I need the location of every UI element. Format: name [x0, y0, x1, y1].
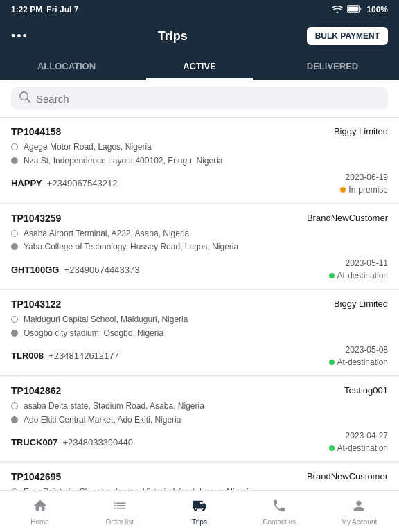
tab-allocation[interactable]: ALLOCATION	[0, 53, 133, 80]
trip-card[interactable]: TP1044158 Biggy Limited Agege Motor Road…	[0, 118, 399, 204]
tab-active[interactable]: ACTIVE	[133, 53, 266, 80]
trip-customer: BrandNewCustomer	[307, 471, 388, 481]
status-badge: In-premise	[340, 185, 388, 195]
tab-bar: ALLOCATION ACTIVE DELIVERED	[0, 53, 399, 80]
from-dot	[11, 230, 18, 237]
page-title: Trips	[39, 29, 307, 44]
trip-footer: TLR008 +2348142612177 2023-05-08 At-dest…	[11, 345, 388, 367]
trip-footer: TRUCK007 +2348033390440 2023-04-27 At-de…	[11, 431, 388, 453]
route-from: Agege Motor Road, Lagos, Nigeria	[11, 141, 388, 153]
trip-id: TP1044158	[11, 126, 61, 137]
to-address: Yaba College of Technology, Hussey Road,…	[24, 241, 238, 253]
battery-icon	[347, 5, 362, 15]
trip-header: TP1043259 BrandNewCustomer	[11, 213, 388, 224]
trip-route: Agege Motor Road, Lagos, Nigeria Nza St,…	[11, 141, 388, 167]
to-address: Ado Ekiti Central Market, Ado Ekiti, Nig…	[24, 414, 181, 426]
trip-route: Asaba Airport Terminal, A232, Asaba, Nig…	[11, 228, 388, 254]
route-from: asaba Delta state, Stadium Road, Asaba, …	[11, 400, 388, 412]
battery-percent: 100%	[366, 5, 388, 15]
trip-truck: TRUCK007 +2348033390440	[11, 437, 133, 447]
home-icon	[33, 498, 48, 517]
trip-id: TP1042695	[11, 471, 61, 482]
trip-id: TP1042862	[11, 385, 61, 396]
nav-item-trips[interactable]: Trips	[159, 491, 239, 532]
trip-route: asaba Delta state, Stadium Road, Asaba, …	[11, 400, 388, 426]
trip-date: 2023-06-19	[346, 172, 388, 182]
trip-truck: HAPPY +2349067543212	[11, 178, 117, 188]
from-dot	[11, 402, 18, 409]
trip-list: TP1044158 Biggy Limited Agege Motor Road…	[0, 118, 399, 532]
to-dot	[11, 157, 18, 164]
nav-label-my-account: My Account	[342, 518, 378, 526]
order-list-icon	[112, 498, 127, 517]
nav-item-order-list[interactable]: Order list	[80, 491, 159, 532]
bulk-payment-button[interactable]: BULK PAYMENT	[307, 27, 388, 45]
from-address: Maiduguri Capital School, Maiduguri, Nig…	[24, 314, 188, 326]
trip-meta: 2023-04-27 At-destination	[329, 431, 388, 453]
search-bar	[11, 87, 388, 110]
tab-delivered[interactable]: DELIVERED	[266, 53, 399, 80]
trip-id: TP1043259	[11, 213, 61, 224]
to-address: Osogbo city stadium, Osogbo, Nigeria	[24, 328, 163, 339]
status-bar: 1:22 PM Fri Jul 7 100%	[0, 0, 399, 19]
bottom-nav: Home Order list Trips Contact us	[0, 490, 399, 532]
trip-meta: 2023-05-11 At-destination	[329, 258, 388, 281]
route-to: Ado Ekiti Central Market, Ado Ekiti, Nig…	[11, 414, 388, 426]
nav-label-home: Home	[30, 518, 49, 526]
status-dot	[340, 187, 346, 193]
header-dots: •••	[11, 29, 39, 44]
nav-item-my-account[interactable]: My Account	[319, 491, 399, 532]
trip-truck: TLR008 +2348142612177	[11, 351, 119, 361]
status-badge: At-destination	[329, 271, 388, 281]
nav-label-trips: Trips	[192, 518, 207, 526]
nav-label-order-list: Order list	[106, 518, 134, 526]
status-badge: At-destination	[329, 443, 388, 453]
trip-footer: GHT100GG +23490674443373 2023-05-11 At-d…	[11, 258, 388, 281]
trip-date: 2023-04-27	[346, 431, 388, 441]
status-dot	[329, 445, 335, 451]
header: ••• Trips BULK PAYMENT	[0, 19, 399, 53]
to-dot	[11, 416, 18, 423]
trip-header: TP1043122 Biggy Limited	[11, 299, 388, 310]
trip-meta: 2023-06-19 In-premise	[340, 172, 388, 195]
trip-date: 2023-05-08	[346, 345, 388, 355]
status-bar-right: 100%	[332, 5, 388, 15]
nav-item-contact-us[interactable]: Contact us	[240, 491, 319, 532]
search-icon	[19, 91, 30, 105]
to-address: Nza St, Independence Layout 400102, Enug…	[24, 155, 223, 167]
search-container	[0, 80, 399, 118]
from-dot	[11, 143, 18, 150]
trip-footer: HAPPY +2349067543212 2023-06-19 In-premi…	[11, 172, 388, 195]
search-input[interactable]	[36, 93, 380, 105]
svg-rect-2	[348, 6, 359, 11]
status-dot	[329, 360, 335, 365]
trip-truck: GHT100GG +23490674443373	[11, 265, 139, 275]
trip-customer: Testing001	[344, 385, 388, 396]
from-address: asaba Delta state, Stadium Road, Asaba, …	[24, 400, 204, 412]
trip-meta: 2023-05-08 At-destination	[329, 345, 388, 367]
status-badge: At-destination	[329, 357, 388, 367]
trip-header: TP1044158 Biggy Limited	[11, 126, 388, 137]
status-dot	[329, 273, 335, 278]
trip-card[interactable]: TP1043122 Biggy Limited Maiduguri Capita…	[0, 290, 399, 376]
trip-card[interactable]: TP1043259 BrandNewCustomer Asaba Airport…	[0, 204, 399, 290]
trips-icon	[192, 498, 207, 517]
nav-label-contact-us: Contact us	[263, 518, 296, 526]
route-from: Maiduguri Capital School, Maiduguri, Nig…	[11, 314, 388, 326]
to-dot	[11, 243, 18, 250]
status-bar-left: 1:22 PM Fri Jul 7	[11, 5, 78, 15]
account-icon	[351, 498, 366, 517]
trip-header: TP1042695 BrandNewCustomer	[11, 471, 388, 482]
route-to: Osogbo city stadium, Osogbo, Nigeria	[11, 328, 388, 339]
route-to: Nza St, Independence Layout 400102, Enug…	[11, 155, 388, 167]
date: Fri Jul 7	[46, 5, 78, 15]
trip-customer: Biggy Limited	[334, 299, 388, 309]
svg-rect-1	[360, 8, 362, 10]
status-text: At-destination	[337, 271, 388, 281]
route-to: Yaba College of Technology, Hussey Road,…	[11, 241, 388, 253]
nav-item-home[interactable]: Home	[0, 491, 80, 532]
status-text: At-destination	[337, 443, 388, 453]
trip-header: TP1042862 Testing001	[11, 385, 388, 396]
trip-card[interactable]: TP1042862 Testing001 asaba Delta state, …	[0, 377, 399, 463]
from-dot	[11, 316, 18, 323]
